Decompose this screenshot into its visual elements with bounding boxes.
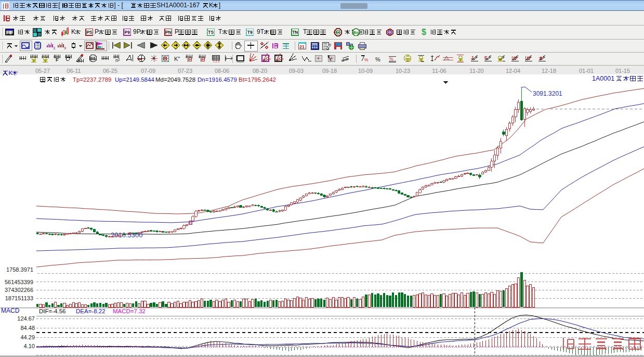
svg-text:3: 3 [53, 46, 55, 50]
svg-text:11-06: 11-06 [432, 68, 446, 74]
svg-text:44.29: 44.29 [20, 334, 35, 340]
svg-text:3091.3201: 3091.3201 [533, 90, 562, 97]
svg-text:9P: 9P [133, 28, 141, 35]
svg-text:06-11: 06-11 [67, 68, 81, 74]
svg-text:P: P [95, 28, 99, 35]
svg-text:K: K [71, 28, 75, 35]
svg-text:07-23: 07-23 [178, 68, 192, 74]
svg-text:06-25: 06-25 [103, 68, 117, 74]
svg-text:561453399: 561453399 [5, 279, 33, 285]
svg-text:DIF=-4.56: DIF=-4.56 [39, 308, 65, 314]
svg-text:T: T [303, 28, 307, 35]
svg-text:12-04: 12-04 [506, 68, 520, 74]
svg-text:1A0001: 1A0001 [592, 75, 614, 82]
svg-text:Dn=1916.4579: Dn=1916.4579 [198, 76, 237, 83]
svg-text:]: ] [219, 2, 220, 9]
svg-text:Tp=2237.2789: Tp=2237.2789 [73, 76, 112, 83]
svg-text:374302266: 374302266 [5, 287, 33, 293]
svg-text:T9: T9 [247, 30, 253, 35]
svg-text:F: F [484, 55, 488, 60]
svg-text:P: P [175, 28, 179, 35]
svg-text:$: $ [422, 28, 426, 36]
svg-text:07-09: 07-09 [141, 68, 155, 74]
svg-text:10-23: 10-23 [396, 68, 410, 74]
svg-text:05-27: 05-27 [35, 68, 50, 74]
svg-text:K": K" [174, 56, 180, 62]
svg-text:%: % [364, 57, 369, 62]
svg-text:K: K [209, 2, 213, 9]
svg-text:TN: TN [292, 30, 298, 35]
svg-text:84.48: 84.48 [20, 325, 35, 331]
svg-text:DEA=-8.22: DEA=-8.22 [76, 308, 106, 314]
svg-text:PS: PS [86, 30, 93, 35]
svg-text:09-03: 09-03 [289, 68, 304, 74]
svg-text:K: K [9, 70, 13, 76]
svg-text:Big: Big [353, 30, 360, 35]
svg-text:n²: n² [115, 57, 120, 63]
svg-text:21: 21 [299, 44, 305, 49]
svg-text:124.67: 124.67 [17, 315, 35, 322]
svg-text:1758.3971: 1758.3971 [6, 266, 33, 273]
svg-text:] - [: ] - [ [114, 2, 123, 9]
svg-text:01-15: 01-15 [615, 68, 630, 74]
svg-text:Up=2149.5844: Up=2149.5844 [115, 76, 154, 83]
svg-text:P9: P9 [125, 30, 130, 35]
svg-text:T: T [218, 28, 222, 35]
svg-text:9: 9 [64, 46, 66, 50]
svg-text:10-09: 10-09 [358, 68, 373, 74]
svg-text:TS: TS [208, 30, 214, 35]
svg-text:Bt=1795.2642: Bt=1795.2642 [239, 76, 276, 83]
svg-text:%: % [375, 56, 380, 62]
svg-text:9T: 9T [257, 28, 265, 35]
svg-text:09-18: 09-18 [322, 68, 337, 74]
svg-text:MACD=7.32: MACD=7.32 [113, 308, 146, 314]
svg-text:08-06: 08-06 [215, 68, 229, 74]
svg-text:12-18: 12-18 [542, 68, 556, 74]
svg-text:F: F [56, 57, 59, 62]
svg-text:J: J [471, 55, 474, 60]
svg-text:SH1A0001-167: SH1A0001-167 [156, 2, 200, 9]
svg-text:08-20: 08-20 [253, 68, 267, 74]
svg-text:PN: PN [165, 30, 172, 35]
svg-text:11-20: 11-20 [469, 68, 483, 74]
svg-text:4.10: 4.10 [24, 343, 35, 349]
svg-text:01-01: 01-01 [579, 68, 594, 74]
svg-text:%: % [389, 56, 393, 61]
svg-text:1 2 3: 1 2 3 [213, 60, 219, 63]
svg-text:MACD: MACD [1, 307, 20, 314]
svg-text:Md=2049.7528: Md=2049.7528 [155, 76, 195, 83]
svg-text:187151133: 187151133 [5, 295, 33, 301]
